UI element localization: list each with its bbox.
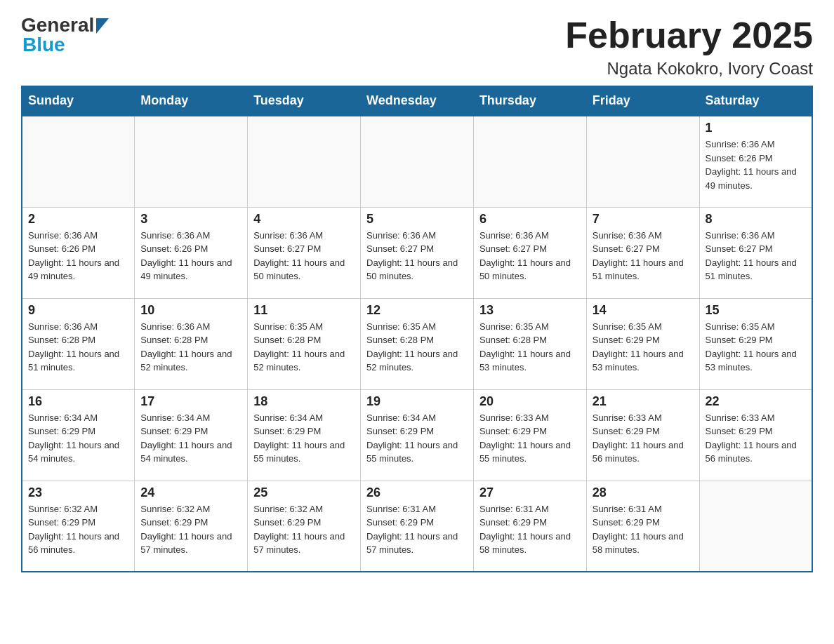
header-monday: Monday bbox=[135, 86, 248, 116]
table-row: 23Sunrise: 6:32 AM Sunset: 6:29 PM Dayli… bbox=[22, 481, 135, 572]
location-subtitle: Ngata Kokokro, Ivory Coast bbox=[565, 59, 813, 79]
day-info: Sunrise: 6:35 AM Sunset: 6:29 PM Dayligh… bbox=[593, 320, 694, 375]
day-info: Sunrise: 6:36 AM Sunset: 6:28 PM Dayligh… bbox=[140, 320, 241, 375]
day-info: Sunrise: 6:33 AM Sunset: 6:29 PM Dayligh… bbox=[593, 411, 694, 466]
table-row: 16Sunrise: 6:34 AM Sunset: 6:29 PM Dayli… bbox=[22, 389, 135, 481]
table-row: 9Sunrise: 6:36 AM Sunset: 6:28 PM Daylig… bbox=[22, 298, 135, 389]
table-row: 10Sunrise: 6:36 AM Sunset: 6:28 PM Dayli… bbox=[135, 298, 248, 389]
day-info: Sunrise: 6:34 AM Sunset: 6:29 PM Dayligh… bbox=[28, 411, 128, 466]
day-info: Sunrise: 6:35 AM Sunset: 6:28 PM Dayligh… bbox=[366, 320, 468, 375]
day-number: 8 bbox=[706, 212, 806, 227]
header-friday: Friday bbox=[586, 86, 699, 116]
table-row: 24Sunrise: 6:32 AM Sunset: 6:29 PM Dayli… bbox=[135, 481, 248, 572]
header-sunday: Sunday bbox=[22, 86, 135, 116]
table-row: 1Sunrise: 6:36 AM Sunset: 6:26 PM Daylig… bbox=[699, 116, 812, 207]
day-info: Sunrise: 6:36 AM Sunset: 6:27 PM Dayligh… bbox=[366, 229, 468, 283]
day-info: Sunrise: 6:36 AM Sunset: 6:27 PM Dayligh… bbox=[253, 229, 355, 283]
day-info: Sunrise: 6:36 AM Sunset: 6:27 PM Dayligh… bbox=[479, 229, 581, 283]
day-number: 5 bbox=[366, 212, 468, 227]
day-number: 22 bbox=[706, 394, 806, 409]
table-row: 14Sunrise: 6:35 AM Sunset: 6:29 PM Dayli… bbox=[586, 298, 699, 389]
day-info: Sunrise: 6:32 AM Sunset: 6:29 PM Dayligh… bbox=[28, 502, 128, 557]
day-info: Sunrise: 6:35 AM Sunset: 6:28 PM Dayligh… bbox=[479, 320, 581, 375]
calendar-week-row: 1Sunrise: 6:36 AM Sunset: 6:26 PM Daylig… bbox=[22, 116, 812, 207]
table-row bbox=[473, 116, 586, 207]
table-row: 20Sunrise: 6:33 AM Sunset: 6:29 PM Dayli… bbox=[473, 389, 586, 481]
day-info: Sunrise: 6:34 AM Sunset: 6:29 PM Dayligh… bbox=[253, 411, 355, 466]
day-info: Sunrise: 6:31 AM Sunset: 6:29 PM Dayligh… bbox=[593, 502, 694, 557]
day-number: 18 bbox=[253, 394, 355, 409]
table-row: 21Sunrise: 6:33 AM Sunset: 6:29 PM Dayli… bbox=[586, 389, 699, 481]
day-number: 20 bbox=[479, 394, 581, 409]
title-area: February 2025 Ngata Kokokro, Ivory Coast bbox=[565, 14, 813, 79]
day-number: 6 bbox=[479, 212, 581, 227]
day-number: 2 bbox=[28, 212, 128, 227]
calendar-week-row: 9Sunrise: 6:36 AM Sunset: 6:28 PM Daylig… bbox=[22, 298, 812, 389]
day-info: Sunrise: 6:34 AM Sunset: 6:29 PM Dayligh… bbox=[140, 411, 241, 466]
day-number: 28 bbox=[593, 485, 694, 500]
calendar-week-row: 2Sunrise: 6:36 AM Sunset: 6:26 PM Daylig… bbox=[22, 207, 812, 298]
table-row: 11Sunrise: 6:35 AM Sunset: 6:28 PM Dayli… bbox=[248, 298, 361, 389]
table-row: 15Sunrise: 6:35 AM Sunset: 6:29 PM Dayli… bbox=[699, 298, 812, 389]
day-info: Sunrise: 6:36 AM Sunset: 6:27 PM Dayligh… bbox=[593, 229, 694, 283]
day-info: Sunrise: 6:32 AM Sunset: 6:29 PM Dayligh… bbox=[140, 502, 241, 557]
calendar-week-row: 23Sunrise: 6:32 AM Sunset: 6:29 PM Dayli… bbox=[22, 481, 812, 572]
days-header-row: Sunday Monday Tuesday Wednesday Thursday… bbox=[22, 86, 812, 116]
table-row bbox=[22, 116, 135, 207]
day-info: Sunrise: 6:35 AM Sunset: 6:29 PM Dayligh… bbox=[706, 320, 806, 375]
table-row: 27Sunrise: 6:31 AM Sunset: 6:29 PM Dayli… bbox=[473, 481, 586, 572]
day-number: 25 bbox=[253, 485, 355, 500]
calendar-week-row: 16Sunrise: 6:34 AM Sunset: 6:29 PM Dayli… bbox=[22, 389, 812, 481]
table-row: 19Sunrise: 6:34 AM Sunset: 6:29 PM Dayli… bbox=[361, 389, 474, 481]
header-thursday: Thursday bbox=[473, 86, 586, 116]
day-number: 12 bbox=[366, 303, 468, 318]
table-row: 2Sunrise: 6:36 AM Sunset: 6:26 PM Daylig… bbox=[22, 207, 135, 298]
calendar-title: February 2025 bbox=[565, 14, 813, 56]
table-row: 28Sunrise: 6:31 AM Sunset: 6:29 PM Dayli… bbox=[586, 481, 699, 572]
day-number: 23 bbox=[28, 485, 128, 500]
table-row bbox=[135, 116, 248, 207]
table-row: 13Sunrise: 6:35 AM Sunset: 6:28 PM Dayli… bbox=[473, 298, 586, 389]
day-number: 4 bbox=[253, 212, 355, 227]
day-number: 24 bbox=[140, 485, 241, 500]
day-info: Sunrise: 6:36 AM Sunset: 6:28 PM Dayligh… bbox=[28, 320, 128, 375]
table-row: 25Sunrise: 6:32 AM Sunset: 6:29 PM Dayli… bbox=[248, 481, 361, 572]
table-row: 12Sunrise: 6:35 AM Sunset: 6:28 PM Dayli… bbox=[361, 298, 474, 389]
table-row: 4Sunrise: 6:36 AM Sunset: 6:27 PM Daylig… bbox=[248, 207, 361, 298]
table-row bbox=[586, 116, 699, 207]
header-tuesday: Tuesday bbox=[248, 86, 361, 116]
day-info: Sunrise: 6:32 AM Sunset: 6:29 PM Dayligh… bbox=[253, 502, 355, 557]
header-saturday: Saturday bbox=[699, 86, 812, 116]
table-row: 5Sunrise: 6:36 AM Sunset: 6:27 PM Daylig… bbox=[361, 207, 474, 298]
table-row: 26Sunrise: 6:31 AM Sunset: 6:29 PM Dayli… bbox=[361, 481, 474, 572]
day-number: 14 bbox=[593, 303, 694, 318]
table-row: 3Sunrise: 6:36 AM Sunset: 6:26 PM Daylig… bbox=[135, 207, 248, 298]
day-number: 10 bbox=[140, 303, 241, 318]
day-number: 1 bbox=[706, 121, 806, 135]
day-info: Sunrise: 6:33 AM Sunset: 6:29 PM Dayligh… bbox=[706, 411, 806, 466]
day-info: Sunrise: 6:31 AM Sunset: 6:29 PM Dayligh… bbox=[366, 502, 468, 557]
day-info: Sunrise: 6:35 AM Sunset: 6:28 PM Dayligh… bbox=[253, 320, 355, 375]
day-number: 13 bbox=[479, 303, 581, 318]
day-info: Sunrise: 6:36 AM Sunset: 6:26 PM Dayligh… bbox=[706, 137, 806, 192]
header-wednesday: Wednesday bbox=[361, 86, 474, 116]
day-info: Sunrise: 6:36 AM Sunset: 6:26 PM Dayligh… bbox=[140, 229, 241, 283]
table-row: 7Sunrise: 6:36 AM Sunset: 6:27 PM Daylig… bbox=[586, 207, 699, 298]
day-info: Sunrise: 6:36 AM Sunset: 6:27 PM Dayligh… bbox=[706, 229, 806, 283]
day-info: Sunrise: 6:36 AM Sunset: 6:26 PM Dayligh… bbox=[28, 229, 128, 283]
logo-blue-text: Blue bbox=[22, 34, 65, 56]
calendar-table: Sunday Monday Tuesday Wednesday Thursday… bbox=[21, 86, 813, 572]
page-header: General Blue February 2025 Ngata Kokokro… bbox=[21, 14, 813, 79]
table-row bbox=[248, 116, 361, 207]
day-number: 15 bbox=[706, 303, 806, 318]
table-row: 6Sunrise: 6:36 AM Sunset: 6:27 PM Daylig… bbox=[473, 207, 586, 298]
svg-marker-0 bbox=[96, 18, 109, 34]
day-info: Sunrise: 6:34 AM Sunset: 6:29 PM Dayligh… bbox=[366, 411, 468, 466]
day-number: 3 bbox=[140, 212, 241, 227]
day-number: 19 bbox=[366, 394, 468, 409]
day-number: 21 bbox=[593, 394, 694, 409]
day-number: 16 bbox=[28, 394, 128, 409]
table-row bbox=[699, 481, 812, 572]
logo-arrow-icon bbox=[94, 17, 109, 34]
table-row: 8Sunrise: 6:36 AM Sunset: 6:27 PM Daylig… bbox=[699, 207, 812, 298]
